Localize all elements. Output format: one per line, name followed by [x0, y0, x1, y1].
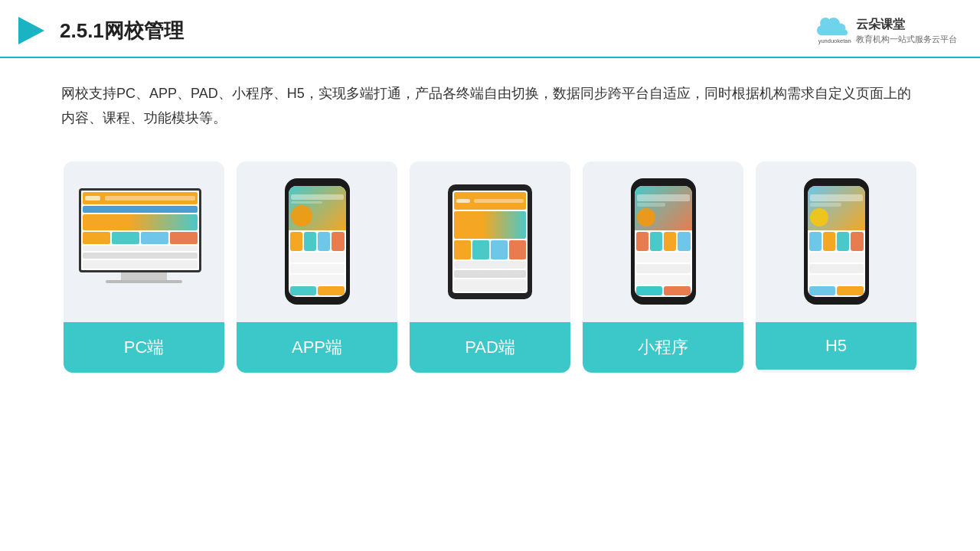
- phone-screen-h5: [808, 186, 865, 297]
- ph-body-mini: [635, 230, 692, 297]
- ph-body-h5: [808, 230, 865, 297]
- card-h5: H5: [756, 161, 916, 373]
- brand-tagline: 教育机构一站式服务云平台: [856, 34, 957, 45]
- ph-bottom-app: [290, 286, 345, 295]
- phone-screen-app: [289, 186, 346, 297]
- phone-mockup-mini: [631, 178, 696, 305]
- ph-icons-app: [290, 232, 345, 251]
- phone-notch-app: [305, 181, 328, 186]
- description-text: 网校支持PC、APP、PAD、小程序、H5，实现多端打通，产品各终端自由切换，数…: [0, 58, 980, 146]
- desktop-mockup: [79, 188, 209, 295]
- card-pc-label: PC端: [64, 322, 224, 373]
- sc-nav: [83, 206, 198, 213]
- ph-icons-h5: [809, 232, 864, 251]
- card-app-image: [237, 161, 397, 322]
- phone-mockup-h5: [804, 178, 869, 305]
- svg-text:yunduoketang.com: yunduoketang.com: [818, 37, 851, 44]
- play-logo-icon: [15, 14, 49, 47]
- tablet-sc-row2: [454, 270, 526, 278]
- tablet-sc-hero: [454, 211, 526, 239]
- card-miniprogram-image: [583, 161, 743, 322]
- card-pc-image: [64, 161, 224, 322]
- card-miniprogram-label: 小程序: [583, 322, 743, 373]
- ph-banner-mini: [635, 186, 692, 230]
- tablet-sc-footer: [454, 279, 526, 291]
- phone-mockup-app: [285, 178, 350, 305]
- card-pad: PAD端: [410, 161, 570, 373]
- ph-list-mini: [636, 253, 691, 285]
- sc-row1: [83, 246, 198, 251]
- phone-content-h5: [808, 186, 865, 297]
- card-h5-label: H5: [756, 322, 916, 370]
- brand-text: 云朵课堂 教育机构一站式服务云平台: [856, 16, 957, 45]
- page-title: 2.5.1网校管理: [60, 18, 184, 44]
- brand-name: 云朵课堂: [856, 16, 957, 33]
- card-pad-image: [410, 161, 570, 322]
- tablet-sc-header: [454, 192, 526, 210]
- brand-logo: yunduoketang.com 云朵课堂 教育机构一站式服务云平台: [813, 16, 957, 45]
- card-app-label: APP端: [237, 322, 397, 373]
- tablet-screen: [452, 191, 528, 293]
- ph-bottom-mini: [636, 286, 691, 295]
- card-pad-label: PAD端: [410, 322, 570, 373]
- phone-notch-h5: [825, 181, 848, 186]
- card-app: APP端: [237, 161, 397, 373]
- phone-content-app: [289, 186, 346, 297]
- phone-screen-mini: [635, 186, 692, 297]
- ph-body-app: [289, 230, 346, 297]
- ph-icons-mini: [636, 232, 691, 251]
- desktop-screen: [79, 188, 201, 272]
- sc-footer: [83, 260, 198, 269]
- header-right: yunduoketang.com 云朵课堂 教育机构一站式服务云平台: [813, 16, 957, 45]
- phone-notch-mini: [652, 181, 675, 186]
- ph-banner-h5: [808, 186, 865, 230]
- card-pc: PC端: [64, 161, 224, 373]
- svg-marker-0: [18, 17, 44, 44]
- card-h5-image: [756, 161, 916, 322]
- sc-row2: [83, 253, 198, 258]
- cloud-icon: yunduoketang.com: [813, 18, 851, 44]
- sc-header: [83, 192, 198, 205]
- desktop-stand: [121, 272, 167, 283]
- phone-content-mini: [635, 186, 692, 297]
- desktop-screen-content: [81, 191, 199, 270]
- tablet-mockup: [448, 184, 532, 299]
- tablet-sc-row1: [454, 261, 526, 269]
- ph-list-h5: [809, 253, 864, 285]
- cards-container: PC端: [0, 146, 980, 396]
- tablet-sc-grid: [454, 240, 526, 260]
- ph-list-app: [290, 253, 345, 285]
- header-left: 2.5.1网校管理: [15, 14, 184, 47]
- ph-bottom-h5: [809, 286, 864, 295]
- sc-hero: [83, 214, 198, 230]
- header: 2.5.1网校管理 yunduoketang.com 云朵课堂 教育机构一站式服…: [0, 0, 980, 58]
- tablet-screen-content: [452, 191, 528, 293]
- card-miniprogram: 小程序: [583, 161, 743, 373]
- ph-banner-app: [289, 186, 346, 230]
- sc-grid: [83, 232, 198, 245]
